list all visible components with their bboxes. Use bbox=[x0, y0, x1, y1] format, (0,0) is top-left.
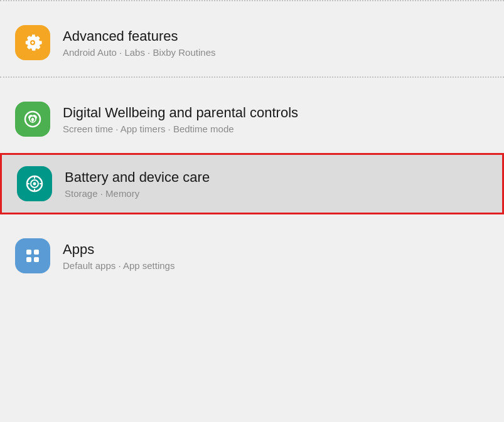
spacer-top bbox=[0, 1, 504, 14]
spacer-2 bbox=[0, 78, 504, 90]
advanced-features-item[interactable]: Advanced features Android Auto · Labs · … bbox=[0, 14, 504, 71]
battery-device-care-title: Battery and device care bbox=[65, 169, 210, 186]
device-care-icon bbox=[23, 172, 46, 195]
apps-subtitle: Default apps · App settings bbox=[63, 260, 174, 271]
advanced-features-text: Advanced features Android Auto · Labs · … bbox=[63, 28, 215, 58]
spacer-1 bbox=[0, 71, 504, 76]
apps-grid-icon bbox=[21, 245, 44, 267]
heart-circle-icon bbox=[21, 108, 44, 130]
apps-text: Apps Default apps · App settings bbox=[63, 241, 174, 271]
battery-device-care-text: Battery and device care Storage · Memory bbox=[65, 169, 210, 199]
spacer-3 bbox=[0, 148, 504, 153]
apps-icon-wrapper bbox=[15, 238, 50, 273]
svg-rect-8 bbox=[26, 250, 31, 255]
advanced-features-subtitle: Android Auto · Labs · Bixby Routines bbox=[63, 47, 215, 58]
battery-device-care-subtitle: Storage · Memory bbox=[65, 188, 210, 199]
digital-wellbeing-icon-wrapper bbox=[15, 102, 50, 137]
spacer-4 bbox=[0, 214, 504, 227]
advanced-features-title: Advanced features bbox=[63, 28, 215, 45]
digital-wellbeing-text: Digital Wellbeing and parental controls … bbox=[63, 105, 298, 134]
apps-item[interactable]: Apps Default apps · App settings bbox=[0, 227, 504, 285]
svg-rect-10 bbox=[26, 257, 31, 262]
settings-list: Advanced features Android Auto · Labs · … bbox=[0, 0, 504, 422]
digital-wellbeing-subtitle: Screen time · App timers · Bedtime mode bbox=[63, 124, 298, 134]
svg-rect-11 bbox=[34, 257, 39, 262]
battery-device-care-item[interactable]: Battery and device care Storage · Memory bbox=[0, 153, 504, 214]
apps-title: Apps bbox=[63, 241, 174, 258]
advanced-features-icon-wrapper bbox=[15, 25, 50, 60]
digital-wellbeing-item[interactable]: Digital Wellbeing and parental controls … bbox=[0, 90, 504, 148]
svg-rect-9 bbox=[34, 250, 39, 255]
gear-plus-icon bbox=[21, 31, 44, 54]
battery-device-care-icon-wrapper bbox=[17, 166, 52, 201]
digital-wellbeing-title: Digital Wellbeing and parental controls bbox=[63, 105, 298, 121]
svg-point-7 bbox=[33, 182, 36, 186]
